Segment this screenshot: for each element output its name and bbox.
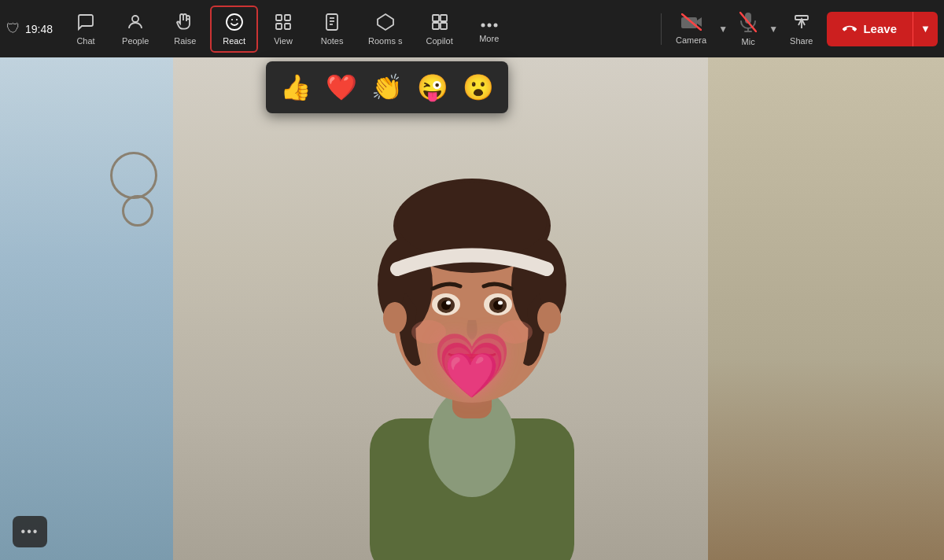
notes-icon [323,13,341,35]
nav-items-group: Chat People Raise React [62,6,655,53]
notes-label: Notes [321,36,344,46]
svg-marker-12 [378,14,393,30]
svg-rect-6 [276,24,282,29]
react-icon [225,13,244,35]
people-label: People [122,36,149,46]
svg-point-48 [537,302,561,333]
nav-item-view[interactable]: View [260,6,307,53]
svg-rect-8 [326,14,337,30]
nav-item-rooms[interactable]: Rooms s [357,6,413,53]
rooms-icon [376,13,395,35]
time-shield-group: 🛡 19:48 [6,20,53,37]
leave-button[interactable]: Leave [827,12,913,46]
react-emoji-clap[interactable]: 👏 [368,69,406,105]
react-emoji-wow[interactable]: 😮 [459,69,497,105]
mic-label: Mic [742,37,755,46]
svg-rect-16 [441,23,447,29]
divider-1 [661,13,662,45]
svg-point-18 [487,23,491,27]
camera-icon [681,13,702,34]
more-options-button[interactable]: ••• [13,516,47,547]
share-group: Share [782,6,820,53]
wall-circle-1 [110,152,157,199]
wall-circle-2 [122,195,153,227]
svg-point-43 [446,301,451,305]
left-window [0,57,173,560]
leave-label: Leave [863,22,897,35]
copilot-icon [430,13,449,35]
people-icon [126,13,145,35]
nav-item-copilot[interactable]: Copilot [415,6,463,53]
video-area: 💗 ••• [0,57,944,560]
nav-item-people[interactable]: People [111,6,160,53]
mic-chevron[interactable]: ▼ [765,13,782,45]
copilot-label: Copilot [426,36,452,46]
camera-chevron[interactable]: ▼ [714,13,732,45]
svg-rect-15 [433,23,439,29]
chat-icon [76,13,95,35]
svg-point-47 [383,302,407,333]
chat-label: Chat [76,36,94,46]
mic-group: Mic ▼ [732,6,782,53]
react-dropdown: 👍 ❤️ 👏 😜 😮 [266,61,508,113]
camera-group: Camera ▼ [668,6,732,53]
clock: 19:48 [25,23,53,35]
top-bar: 🛡 19:48 Chat People Raise [0,0,944,57]
svg-point-44 [498,301,503,305]
raise-icon [175,13,194,35]
svg-rect-14 [441,15,447,21]
svg-point-1 [227,14,242,30]
raise-label: Raise [174,36,196,46]
heart-reaction-overlay: 💗 [433,329,511,403]
rooms-label: Rooms s [368,36,402,46]
leave-group: Leave ▼ [827,12,938,46]
share-label: Share [790,36,813,46]
avatar-background: 💗 [0,57,944,560]
share-button[interactable]: Share [782,6,820,53]
leave-chevron[interactable]: ▼ [913,12,938,46]
react-emoji-thumbsup[interactable]: 👍 [277,69,315,105]
camera-button[interactable]: Camera [668,6,714,53]
heart-emoji: 💗 [433,330,511,400]
svg-rect-13 [433,15,439,21]
nav-item-notes[interactable]: Notes [308,6,356,53]
react-emoji-heart[interactable]: ❤️ [323,69,360,105]
svg-point-17 [481,23,485,27]
svg-rect-7 [285,24,290,29]
mic-icon [739,12,757,35]
nav-item-chat[interactable]: Chat [62,6,109,53]
nav-item-react[interactable]: React [210,6,258,53]
phone-icon [843,22,857,36]
more-dots-label: ••• [21,525,39,539]
svg-rect-5 [285,15,290,20]
shield-icon: 🛡 [6,20,20,37]
view-label: View [274,36,293,46]
react-emoji-laugh[interactable]: 😜 [414,69,452,105]
share-icon [792,13,811,35]
more-icon [480,15,499,32]
more-label: More [479,34,499,43]
nav-item-raise[interactable]: Raise [161,6,208,53]
nav-item-more[interactable]: More [466,6,513,53]
svg-point-0 [132,16,138,22]
react-label: React [223,36,245,46]
camera-label: Camera [676,35,706,45]
right-wall [708,57,944,560]
svg-point-19 [493,23,497,27]
view-icon [274,13,293,35]
mic-button[interactable]: Mic [732,6,765,53]
svg-rect-4 [276,15,282,20]
